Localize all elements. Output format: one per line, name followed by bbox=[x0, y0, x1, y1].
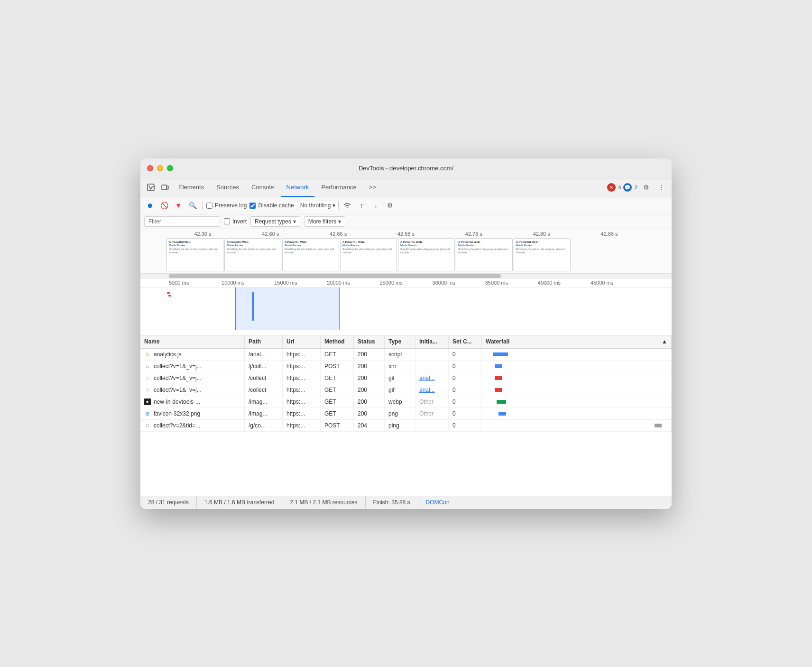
td-type-6: ping bbox=[385, 420, 415, 431]
request-types-btn[interactable]: Request types ▾ bbox=[250, 216, 300, 227]
table-row[interactable]: □ collect?v=2&tid=... /g/co... https:...… bbox=[140, 420, 672, 432]
more-filters-btn[interactable]: More filters ▾ bbox=[304, 216, 345, 227]
tab-more[interactable]: >> bbox=[363, 178, 382, 197]
table-row[interactable]: ⊕ favicon-32x32.png /imag... https:... G… bbox=[140, 408, 672, 420]
tick-8: 45000 ms bbox=[591, 278, 643, 287]
th-url[interactable]: Url bbox=[283, 335, 321, 348]
td-method-6: POST bbox=[321, 420, 354, 431]
td-url-2: https:... bbox=[283, 372, 321, 384]
disable-cache-label[interactable]: Disable cache bbox=[249, 202, 294, 209]
td-init-4: Other bbox=[415, 396, 449, 408]
error-x-icon: ✕ bbox=[609, 185, 613, 191]
filter-bar: Invert Request types ▾ More filters ▾ bbox=[140, 214, 672, 229]
record-btn[interactable]: ⏺ bbox=[144, 200, 156, 211]
screenshot-5[interactable]: A Powerful Web. Made Easier. Simplifying… bbox=[456, 238, 513, 271]
table-row[interactable]: □ collect?v=1&_v=j... /collect https:...… bbox=[140, 384, 672, 396]
th-waterfall[interactable]: Waterfall ▲ bbox=[482, 335, 672, 348]
table-row[interactable]: ■ new-in-devtools-... /imag... https:...… bbox=[140, 396, 672, 408]
td-path-3: /collect bbox=[245, 384, 283, 396]
table-row[interactable]: ⊙ analytics.js /anal... https:... GET 20… bbox=[140, 349, 672, 361]
js-icon: ⊙ bbox=[144, 351, 151, 358]
wf-segment-6 bbox=[655, 424, 662, 427]
inspect-icon-btn[interactable] bbox=[144, 181, 157, 194]
inspect-icon bbox=[147, 184, 155, 191]
tab-elements[interactable]: Elements bbox=[173, 178, 210, 197]
td-url-6: https:... bbox=[283, 420, 321, 431]
th-type[interactable]: Type bbox=[385, 335, 415, 348]
screenshot-1[interactable]: A Powerful Web. Made Easier. Simplifying… bbox=[224, 238, 281, 271]
td-status-4: 200 bbox=[354, 396, 385, 408]
minimize-button[interactable] bbox=[157, 165, 163, 171]
table-header: Name Path Url Method Status Type Initia.… bbox=[140, 335, 672, 349]
filter-toggle-btn[interactable]: ▼ bbox=[173, 200, 184, 211]
tab-performance[interactable]: Performance bbox=[315, 178, 362, 197]
invert-label[interactable]: Invert bbox=[224, 218, 247, 225]
th-setc[interactable]: Set C... bbox=[449, 335, 482, 348]
filter-input[interactable] bbox=[144, 216, 220, 227]
tab-sources[interactable]: Sources bbox=[211, 178, 245, 197]
invert-checkbox[interactable] bbox=[224, 218, 230, 224]
screenshots-row: A Powerful Web. Made Easier. Simplifying… bbox=[140, 238, 672, 271]
wf-segment-2 bbox=[495, 376, 502, 380]
th-method[interactable]: Method bbox=[321, 335, 354, 348]
download-icon-btn[interactable]: ↓ bbox=[370, 200, 381, 211]
td-init-2[interactable]: anal... bbox=[415, 372, 449, 384]
error-count: 6 bbox=[618, 185, 621, 190]
timeline-content[interactable] bbox=[140, 287, 672, 330]
preserve-log-checkbox[interactable] bbox=[206, 203, 212, 209]
wifi-icon-btn[interactable] bbox=[341, 200, 353, 211]
td-path-5: /imag... bbox=[245, 408, 283, 419]
console-badge[interactable]: 💬 bbox=[623, 183, 632, 192]
td-waterfall-4 bbox=[482, 396, 672, 408]
search-btn[interactable]: 🔍 bbox=[187, 200, 198, 211]
status-domcon[interactable]: DOMCon bbox=[418, 496, 457, 509]
error-badge[interactable]: ✕ bbox=[607, 183, 616, 192]
settings-btn[interactable]: ⚙ bbox=[639, 181, 653, 194]
scrollbar-thumb[interactable] bbox=[169, 274, 501, 278]
td-init-3[interactable]: anal... bbox=[415, 384, 449, 396]
td-name-6: □ collect?v=2&tid=... bbox=[140, 420, 245, 431]
ts-1: 42.60 s bbox=[237, 231, 304, 237]
device-icon bbox=[161, 184, 169, 191]
screenshot-0[interactable]: A Powerful Web. Made Easier. Simplifying… bbox=[166, 238, 223, 271]
td-status-5: 200 bbox=[354, 408, 385, 419]
ts-6: 42.86 s bbox=[575, 231, 643, 237]
tab-console[interactable]: Console bbox=[246, 178, 280, 197]
waterfall-bar-1 bbox=[484, 363, 669, 369]
maximize-button[interactable] bbox=[167, 165, 173, 171]
timeline-selection[interactable] bbox=[235, 287, 340, 330]
screenshot-3[interactable]: A Powerful Web. Made Easier. Simplifying… bbox=[340, 238, 397, 271]
preserve-log-label[interactable]: Preserve log bbox=[206, 202, 247, 209]
clear-btn[interactable]: 🚫 bbox=[158, 200, 170, 211]
screenshot-2[interactable]: A Powerful Web. Made Easier. Simplifying… bbox=[282, 238, 339, 271]
network-settings-btn[interactable]: ⚙ bbox=[384, 200, 396, 211]
table-row[interactable]: □ collect?v=1&_v=j... /j/coll... https:.… bbox=[140, 361, 672, 372]
ts-3: 42.68 s bbox=[372, 231, 440, 237]
upload-icon-btn[interactable]: ↑ bbox=[356, 200, 367, 211]
td-waterfall-6 bbox=[482, 420, 672, 431]
th-initiator[interactable]: Initia... bbox=[415, 335, 449, 348]
td-waterfall-3 bbox=[482, 384, 672, 396]
doc-icon: □ bbox=[144, 363, 151, 370]
device-toggle-btn[interactable] bbox=[158, 181, 172, 194]
throttle-select[interactable]: No throttling ▾ bbox=[297, 201, 339, 210]
horizontal-scrollbar[interactable] bbox=[140, 274, 672, 278]
devtools-body: Elements Sources Console Network Perform… bbox=[140, 178, 672, 509]
screenshot-4[interactable]: A Powerful Web. Made Easier. Simplifying… bbox=[398, 238, 455, 271]
disable-cache-checkbox[interactable] bbox=[249, 203, 256, 209]
td-setc-4: 0 bbox=[449, 396, 482, 408]
td-url-5: https:... bbox=[283, 408, 321, 419]
tick-1: 10000 ms bbox=[221, 278, 274, 287]
close-button[interactable] bbox=[147, 165, 153, 171]
th-status[interactable]: Status bbox=[354, 335, 385, 348]
td-name-1: □ collect?v=1&_v=j... bbox=[140, 361, 245, 372]
screenshot-6[interactable]: A Powerful Web. Made Easier. Simplifying… bbox=[514, 238, 571, 271]
ts-4: 42.78 s bbox=[440, 231, 508, 237]
td-path-0: /anal... bbox=[245, 349, 283, 360]
table-row[interactable]: □ collect?v=1&_v=j... /collect https:...… bbox=[140, 372, 672, 384]
th-path[interactable]: Path bbox=[245, 335, 283, 348]
sort-icon: ▲ bbox=[662, 338, 667, 345]
th-name[interactable]: Name bbox=[140, 335, 245, 348]
tab-network[interactable]: Network bbox=[281, 178, 315, 197]
more-options-btn[interactable]: ⋮ bbox=[655, 181, 668, 194]
